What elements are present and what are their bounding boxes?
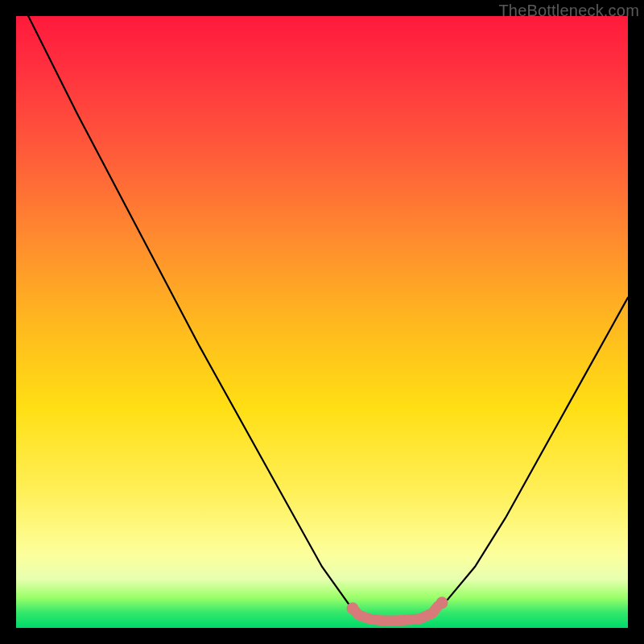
highlight-start-dot — [347, 602, 359, 614]
highlight-end-dot — [436, 597, 448, 609]
gradient-plot-area — [16, 16, 628, 628]
flat-bottom-highlight — [353, 606, 438, 621]
bottleneck-curve — [28, 16, 628, 621]
chart-stage: TheBottleneck.com — [0, 0, 644, 644]
curve-layer — [16, 16, 628, 628]
